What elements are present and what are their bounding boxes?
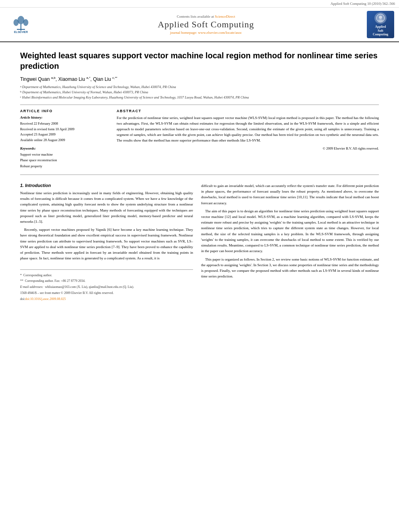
online-date: Available online 28 August 2009 bbox=[20, 138, 109, 143]
article-history: Received 22 February 2008 Received in re… bbox=[20, 121, 109, 143]
keywords-list: Support vector machine Phase space recon… bbox=[20, 152, 109, 169]
article-title: Weighted least squares support vector ma… bbox=[20, 50, 379, 71]
right-para-2: The aim of this paper is to design an al… bbox=[201, 208, 379, 254]
article-info-heading: ARTICLE INFO bbox=[20, 109, 109, 113]
section1-body: Nonlinear time series prediction is incr… bbox=[20, 190, 193, 261]
article-info-col: ARTICLE INFO Article history: Received 2… bbox=[20, 109, 109, 169]
abstract-text: For the prediction of nonlinear time ser… bbox=[117, 115, 379, 151]
abstract-heading: ABSTRACT bbox=[117, 109, 379, 113]
journal-center: Contents lists available at ScienceDirec… bbox=[45, 14, 367, 35]
footnote-2-sup: ** bbox=[20, 279, 23, 284]
right-para-1: difficult to gain an invariable model, w… bbox=[201, 183, 379, 206]
revised-date: Received in revised form 10 April 2009 bbox=[20, 127, 109, 132]
affiliations: a Department of Mathematics, Huazhong Un… bbox=[20, 84, 379, 100]
divider-top bbox=[20, 105, 379, 105]
elsevier-logo: ELSEVIER bbox=[5, 15, 37, 34]
svg-text:ELSEVIER: ELSEVIER bbox=[14, 31, 28, 33]
keyword-2: Phase space reconstruction bbox=[20, 157, 109, 163]
citation-bar: Applied Soft Computing 10 (2010) 562–566 bbox=[0, 0, 399, 8]
email-line: E-mail addresses: whliuiaomao@163.com (X… bbox=[20, 285, 193, 290]
affiliation-a: a Department of Mathematics, Huazhong Un… bbox=[20, 84, 379, 90]
footnote-1-text: Corresponding author. bbox=[23, 273, 52, 278]
journal-logo-circle bbox=[374, 12, 387, 24]
right-para-3: This paper is organized as follows. In S… bbox=[201, 257, 379, 279]
doi-link[interactable]: doi:10.1016/j.asoc.2009.08.025 bbox=[25, 297, 66, 301]
copyright: © 2009 Elsevier B.V. All rights reserved… bbox=[117, 146, 379, 151]
sciencedirect-link[interactable]: ScienceDirect bbox=[215, 14, 235, 18]
citation-text: Applied Soft Computing 10 (2010) 562–566 bbox=[331, 2, 395, 6]
affiliation-b: b Department of Mathematics, Hubei Unive… bbox=[20, 90, 379, 95]
main-right-col: difficult to gain an invariable model, w… bbox=[201, 183, 379, 303]
article-footer: * Corresponding author. ** Corresponding… bbox=[20, 269, 193, 302]
authors-line: Tingwei Quan a,b, Xiaomao Liu a,*, Qian … bbox=[20, 76, 379, 82]
keywords-label: Keywords: bbox=[20, 146, 109, 150]
keyword-3: Robust property bbox=[20, 163, 109, 169]
svg-point-8 bbox=[379, 16, 382, 19]
section1-title: 1. Introduction bbox=[20, 183, 193, 188]
email-values: whliuiaomao@163.com (X. Liu), qianliu@ma… bbox=[45, 285, 134, 290]
svg-point-2 bbox=[14, 19, 19, 26]
doi-line: doi:doi:10.1016/j.asoc.2009.08.025 bbox=[20, 297, 193, 302]
journal-logo-text: AppliedSoftComputing bbox=[373, 25, 389, 37]
abstract-paragraph: For the prediction of nonlinear time ser… bbox=[117, 115, 379, 144]
main-left-col: 1. Introduction Nonlinear time series pr… bbox=[20, 183, 193, 303]
accepted-date: Accepted 23 August 2009 bbox=[20, 132, 109, 138]
intro-para-2: Recently, support vector machines propos… bbox=[20, 227, 193, 261]
journal-homepage: journal homepage: www.elsevier.com/locat… bbox=[45, 31, 367, 35]
article-history-label: Article history: bbox=[20, 115, 109, 119]
author-1: Tingwei Quan a,b bbox=[20, 76, 56, 82]
main-content: 1. Introduction Nonlinear time series pr… bbox=[20, 183, 379, 303]
sciencedirect-line: Contents lists available at ScienceDirec… bbox=[45, 14, 367, 18]
affiliation-c: c Hubei Bioinformatics and Molecular Ima… bbox=[20, 95, 379, 100]
footnote-1-sup: * bbox=[20, 273, 22, 278]
article-body: Weighted least squares support vector ma… bbox=[0, 42, 399, 315]
author-2: Xiaomao Liu a,* bbox=[58, 76, 90, 82]
author-3: Qian Liu c,** bbox=[93, 76, 117, 82]
keyword-1: Support vector machine bbox=[20, 152, 109, 157]
received-date: Received 22 February 2008 bbox=[20, 121, 109, 127]
journal-header: ELSEVIER Contents lists available at Sci… bbox=[0, 8, 399, 42]
article-info-abstract: ARTICLE INFO Article history: Received 2… bbox=[20, 109, 379, 169]
footnote-2: ** Corresponding author. Fax: +86 27 877… bbox=[20, 279, 193, 284]
svg-point-9 bbox=[378, 19, 383, 22]
svg-point-3 bbox=[23, 19, 28, 26]
journal-title: Applied Soft Computing bbox=[45, 19, 367, 30]
abstract-col: ABSTRACT For the prediction of nonlinear… bbox=[117, 109, 379, 169]
intro-para-1: Nonlinear time series prediction is incr… bbox=[20, 190, 193, 224]
divider-middle bbox=[20, 175, 379, 175]
footnote-1: * Corresponding author. bbox=[20, 273, 193, 278]
footnote-2-text: Corresponding author. Fax: +86 27 8779 2… bbox=[25, 279, 85, 284]
journal-logo-right: AppliedSoftComputing bbox=[367, 11, 394, 38]
email-label: E-mail addresses: bbox=[20, 285, 43, 290]
section1-right-body: difficult to gain an invariable model, w… bbox=[201, 183, 379, 279]
issn-line: 1568-4946/$ – see front matter © 2009 El… bbox=[20, 291, 193, 296]
